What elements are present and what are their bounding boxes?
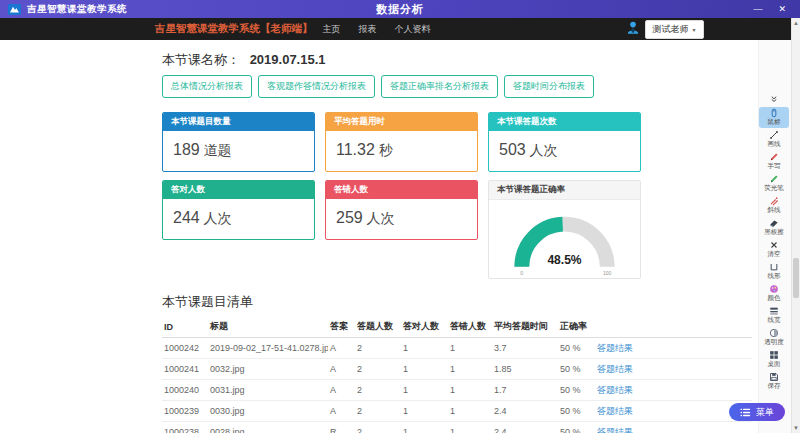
tool-label: 黑板擦 bbox=[764, 229, 784, 236]
tool-transparency[interactable]: 透明度 bbox=[759, 327, 789, 348]
tool-draw-line[interactable]: 画线 bbox=[759, 129, 789, 150]
report-button[interactable]: 答题时间分布报表 bbox=[504, 75, 594, 98]
tool-label: 桌面 bbox=[767, 361, 780, 368]
tool-label: 颜色 bbox=[767, 295, 780, 302]
menu-button[interactable]: 菜单 bbox=[729, 403, 785, 421]
table-cell: 1 bbox=[401, 338, 448, 359]
stat-card-title: 答错人数 bbox=[326, 181, 477, 199]
tool-line-shape[interactable]: 线形 bbox=[759, 261, 789, 282]
report-page: 本节课名称： 2019.07.15.1 总体情况分析报表客观题作答情况分析报表答… bbox=[162, 40, 752, 433]
table-cell: 1 bbox=[448, 338, 492, 359]
highlighter-icon bbox=[769, 174, 779, 184]
report-button[interactable]: 客观题作答情况分析报表 bbox=[258, 75, 375, 98]
scroll-up-icon[interactable]: ▲ bbox=[792, 20, 800, 26]
table-cell: 0032.jpg bbox=[208, 359, 328, 380]
scrollbar[interactable]: ▲ ▼ bbox=[791, 18, 800, 433]
nav-item-1[interactable]: 报表 bbox=[359, 23, 377, 36]
report-button[interactable]: 总体情况分析报表 bbox=[162, 75, 252, 98]
tool-label: 荧光笔 bbox=[764, 185, 784, 192]
user-name: 测试老师 bbox=[653, 23, 689, 36]
table-title: 本节课题目清单 bbox=[162, 293, 752, 311]
report-button[interactable]: 答题正确率排名分析报表 bbox=[381, 75, 498, 98]
clear-icon bbox=[769, 240, 779, 250]
draw-line-icon bbox=[769, 130, 779, 140]
table-cell: 50 % bbox=[558, 422, 595, 433]
answer-result-link[interactable]: 答题结果 bbox=[597, 385, 633, 395]
close-button[interactable]: ✕ bbox=[778, 0, 786, 18]
minimize-button[interactable]: — bbox=[753, 0, 762, 18]
stat-card-value: 503 人次 bbox=[489, 131, 640, 171]
tool-collapse[interactable] bbox=[759, 93, 789, 106]
column-header bbox=[595, 316, 752, 338]
lesson-name-value: 2019.07.15.1 bbox=[250, 52, 326, 67]
line-shape-icon bbox=[769, 262, 779, 272]
user-menu-button[interactable]: 测试老师 ▾ bbox=[645, 20, 704, 39]
column-header: 标题 bbox=[208, 316, 328, 338]
caret-down-icon: ▾ bbox=[693, 26, 696, 33]
gauge-percent-label: 48.5% bbox=[547, 253, 581, 267]
tool-label: 透明度 bbox=[764, 339, 784, 346]
window-titlebar: 吉星智慧课堂教学系统 数据分析 — ✕ bbox=[0, 0, 800, 18]
table-cell: 50 % bbox=[558, 380, 595, 401]
table-cell: 1000242 bbox=[162, 338, 208, 359]
table-cell: 1 bbox=[401, 422, 448, 433]
handwrite-icon bbox=[769, 152, 779, 162]
stat-card-title: 平均答题用时 bbox=[326, 113, 477, 131]
nav-item-0[interactable]: 主页 bbox=[323, 23, 341, 36]
report-buttons: 总体情况分析报表客观题作答情况分析报表答题正确率排名分析报表答题时间分布报表 bbox=[162, 75, 752, 98]
scroll-down-icon[interactable]: ▼ bbox=[792, 425, 800, 431]
navbar: 吉星智慧课堂教学系统【老师端】 主页报表个人资料 测试老师 ▾ bbox=[0, 18, 800, 40]
table-row: 10002380028.jpgR2112.450 %答题结果 bbox=[162, 422, 752, 433]
side-toolbar: 鼠标画线手写荧光笔斜线黑板擦清空线形颜色线宽透明度桌面保存 bbox=[758, 93, 790, 392]
answer-result-link[interactable]: 答题结果 bbox=[597, 406, 633, 416]
collapse-icon bbox=[769, 94, 779, 104]
stat-card: 本节课题目数量189 道题 bbox=[162, 112, 315, 172]
app-title: 吉星智慧课堂教学系统 bbox=[27, 3, 127, 16]
tool-slash-line[interactable]: 斜线 bbox=[759, 195, 789, 216]
stat-card-title: 本节课题目数量 bbox=[163, 113, 314, 131]
nav-user: 测试老师 ▾ bbox=[626, 20, 704, 39]
tool-highlighter[interactable]: 荧光笔 bbox=[759, 173, 789, 194]
nav-item-2[interactable]: 个人资料 bbox=[395, 23, 431, 36]
answer-result-link[interactable]: 答题结果 bbox=[597, 427, 633, 433]
tool-desktop[interactable]: 桌面 bbox=[759, 349, 789, 370]
stat-card-value: 244 人次 bbox=[163, 199, 314, 239]
table-cell: 1000239 bbox=[162, 401, 208, 422]
table-row: 10002422019-09-02_17-51-41.0278.jpgA2113… bbox=[162, 338, 752, 359]
column-header: 答题人数 bbox=[355, 316, 401, 338]
table-cell: 1.85 bbox=[492, 359, 558, 380]
transparency-icon bbox=[769, 328, 779, 338]
table-cell: 2.4 bbox=[492, 401, 558, 422]
table-cell: 1 bbox=[448, 401, 492, 422]
table-cell: 1 bbox=[448, 359, 492, 380]
table-cell: A bbox=[328, 380, 355, 401]
table-cell: 1 bbox=[401, 359, 448, 380]
scrollbar-thumb[interactable] bbox=[793, 258, 799, 298]
tool-label: 清空 bbox=[767, 251, 780, 258]
table-cell: 2 bbox=[355, 359, 401, 380]
table-cell: 2 bbox=[355, 380, 401, 401]
column-header: 答对人数 bbox=[401, 316, 448, 338]
gauge-card: 本节课答题正确率 48.5% 0 100 bbox=[488, 180, 641, 279]
tool-mouse[interactable]: 鼠标 bbox=[759, 107, 789, 128]
table-cell: 0028.jpg bbox=[208, 422, 328, 433]
table-header-row: ID标题答案答题人数答对人数答错人数平均答题时间正确率 bbox=[162, 316, 752, 338]
tool-color[interactable]: 颜色 bbox=[759, 283, 789, 304]
stat-card: 答错人数259 人次 bbox=[325, 180, 478, 240]
table-cell: 2 bbox=[355, 401, 401, 422]
tool-eraser[interactable]: 黑板擦 bbox=[759, 217, 789, 238]
tool-handwrite[interactable]: 手写 bbox=[759, 151, 789, 172]
answer-result-link[interactable]: 答题结果 bbox=[597, 343, 633, 353]
window-controls: — ✕ bbox=[753, 0, 792, 18]
tool-label: 线宽 bbox=[767, 317, 780, 324]
tool-line-width[interactable]: 线宽 bbox=[759, 305, 789, 326]
tool-clear[interactable]: 清空 bbox=[759, 239, 789, 260]
tool-save[interactable]: 保存 bbox=[759, 371, 789, 392]
table-cell: 0030.jpg bbox=[208, 401, 328, 422]
table-cell: 1 bbox=[401, 401, 448, 422]
main-content: 本节课名称： 2019.07.15.1 总体情况分析报表客观题作答情况分析报表答… bbox=[0, 40, 800, 433]
answer-result-link[interactable]: 答题结果 bbox=[597, 364, 633, 374]
tool-label: 线形 bbox=[767, 273, 780, 280]
slash-line-icon bbox=[769, 196, 779, 206]
column-header: 答错人数 bbox=[448, 316, 492, 338]
